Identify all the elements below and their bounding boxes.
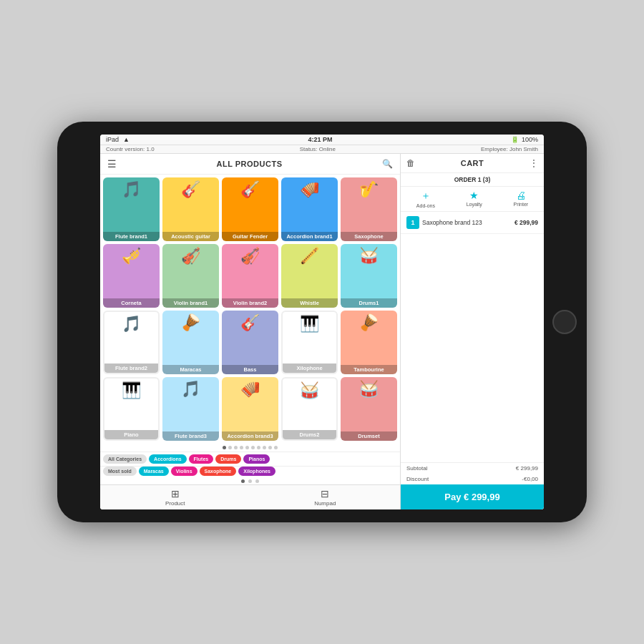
cart-item-name: Saxophone brand 123 xyxy=(422,219,512,226)
cart-action[interactable]: 🖨 Printer xyxy=(514,190,529,208)
product-name: Corneta xyxy=(103,298,160,308)
dot-9 xyxy=(268,446,272,449)
discount-label: Discount xyxy=(406,476,429,482)
product-name: Accordion brand3 xyxy=(222,431,278,441)
product-card[interactable]: 🎸 Bass xyxy=(222,311,278,374)
product-emoji: 🥁 xyxy=(359,380,379,399)
product-card[interactable]: 🎸 Acoustic guitar xyxy=(162,177,219,241)
battery-level: 100% xyxy=(522,136,538,143)
bottom-nav-dots xyxy=(100,478,400,484)
product-card[interactable]: 🎹 Piano xyxy=(103,377,160,441)
category-button[interactable]: Drums xyxy=(215,454,241,464)
product-card[interactable]: 🥁 Drumset xyxy=(341,377,397,441)
product-name: Drums1 xyxy=(341,298,397,308)
products-header: ☰ ALL PRODUCTS 🔍 xyxy=(100,154,400,175)
product-card[interactable]: 🎸 Guitar Fender xyxy=(222,177,278,241)
category-button[interactable]: Accordions xyxy=(149,454,187,464)
cart-footer: Subtotal € 299,99 Discount -€0,00 Pay € … xyxy=(401,462,544,509)
dot-2 xyxy=(228,446,232,449)
sub-status-bar: Countr version: 1.0 Status: Online Emplo… xyxy=(100,145,544,154)
product-card[interactable]: 🎵 Flute brand1 xyxy=(103,177,160,241)
dot-10 xyxy=(274,446,278,449)
product-card[interactable]: 🥁 Drums2 xyxy=(281,377,338,441)
signal-icon: ▲ xyxy=(123,136,130,143)
product-emoji: 🎹 xyxy=(122,381,141,400)
dot-4 xyxy=(240,446,243,449)
product-card[interactable]: 🎷 Saxophone xyxy=(341,177,397,241)
status-bar: iPad ▲ 4:21 PM 🔋 100% xyxy=(100,135,544,145)
cart-item-price: € 299,99 xyxy=(514,219,538,226)
tab-item[interactable]: ⊞ Product xyxy=(100,485,250,509)
product-name: Violin brand1 xyxy=(162,298,219,308)
page-dots xyxy=(100,444,400,452)
bottom-dot-1 xyxy=(241,479,245,483)
online-status: Status: Online xyxy=(300,146,336,152)
product-name: Drumset xyxy=(341,431,397,441)
product-card[interactable]: 🎻 Violin brand2 xyxy=(222,244,278,308)
product-card[interactable]: 🎺 Corneta xyxy=(103,244,160,308)
product-card[interactable]: 🎵 Flute brand3 xyxy=(162,377,219,441)
product-card[interactable]: 🪗 Accordion brand1 xyxy=(281,177,338,241)
product-emoji: 🎻 xyxy=(181,247,200,265)
product-emoji: 🎸 xyxy=(240,180,260,199)
tab-icon: ⊞ xyxy=(171,488,180,499)
cart-actions: ＋ Add-ons ★ Loyalty 🖨 Printer xyxy=(401,187,544,212)
category-button[interactable]: Maracas xyxy=(139,467,169,476)
product-emoji: 🪘 xyxy=(181,313,200,332)
product-emoji: 🎸 xyxy=(181,180,200,199)
category-button[interactable]: Xilophones xyxy=(238,467,275,476)
menu-icon[interactable]: ☰ xyxy=(107,158,117,170)
tab-label: Product xyxy=(165,500,185,507)
action-icon: ＋ xyxy=(421,190,431,203)
trash-icon[interactable]: 🗑 xyxy=(406,158,415,168)
product-card[interactable]: 🪈 Whistle xyxy=(281,244,338,308)
action-label: Printer xyxy=(514,202,529,207)
action-label: Loyalty xyxy=(467,202,482,207)
discount-value: -€0,00 xyxy=(522,476,538,482)
bottom-dot-3 xyxy=(255,479,259,483)
product-card[interactable]: 🪗 Accordion brand3 xyxy=(222,377,278,441)
product-emoji: 🎹 xyxy=(300,315,319,333)
action-icon: 🖨 xyxy=(516,190,526,201)
product-name: Maracas xyxy=(162,365,219,374)
discount-row: Discount -€0,00 xyxy=(401,474,544,484)
bottom-tabs: ⊞ Product ⊟ Numpad xyxy=(100,484,400,509)
home-button[interactable] xyxy=(552,310,577,334)
product-name: Accordion brand1 xyxy=(281,232,338,241)
product-emoji: 🪗 xyxy=(300,180,319,199)
cart-item-qty: 1 xyxy=(406,216,419,229)
dot-8 xyxy=(263,446,266,449)
tab-item[interactable]: ⊟ Numpad xyxy=(250,485,401,509)
category-button[interactable]: All Categories xyxy=(103,454,147,464)
product-emoji: 🪗 xyxy=(240,380,260,399)
product-card[interactable]: 🥁 Drums1 xyxy=(341,244,397,308)
category-filter-row1: All CategoriesAccordionsFlutesDrumsPiano… xyxy=(100,452,400,466)
cart-item-row[interactable]: 1 Saxophone brand 123 € 299,99 xyxy=(401,212,544,234)
product-card[interactable]: 🎵 Flute brand2 xyxy=(103,311,160,374)
action-label: Add-ons xyxy=(416,203,435,208)
more-icon[interactable]: ⋮ xyxy=(530,158,538,168)
product-emoji: 🎵 xyxy=(181,380,200,399)
product-grid: 🎵 Flute brand1 🎸 Acoustic guitar 🎸 Guita… xyxy=(100,175,400,444)
cart-action[interactable]: ★ Loyalty xyxy=(467,190,482,208)
screen: iPad ▲ 4:21 PM 🔋 100% Countr version: 1.… xyxy=(100,135,544,509)
subtotal-row: Subtotal € 299,99 xyxy=(401,463,544,474)
category-button[interactable]: Flutes xyxy=(189,454,214,464)
product-card[interactable]: 🪘 Maracas xyxy=(162,311,219,374)
subtotal-value: € 299,99 xyxy=(516,465,538,472)
category-button[interactable]: Saxophone xyxy=(200,467,237,476)
product-emoji: 🪘 xyxy=(359,313,379,332)
product-card[interactable]: 🪘 Tambourine xyxy=(341,311,397,374)
product-card[interactable]: 🎻 Violin brand1 xyxy=(162,244,219,308)
category-button[interactable]: Pianos xyxy=(243,454,270,464)
cart-action[interactable]: ＋ Add-ons xyxy=(416,190,435,208)
employee-label: Employee: John Smith xyxy=(481,146,538,152)
pay-button[interactable]: Pay € 299,99 xyxy=(401,484,544,509)
bottom-dot-2 xyxy=(248,479,252,483)
category-button[interactable]: Most sold xyxy=(103,467,137,476)
product-card[interactable]: 🎹 Xilophone xyxy=(281,311,338,374)
search-icon[interactable]: 🔍 xyxy=(382,159,393,169)
product-name: Tambourine xyxy=(341,365,397,374)
product-emoji: 🎵 xyxy=(122,180,141,199)
category-button[interactable]: Violins xyxy=(171,467,197,476)
